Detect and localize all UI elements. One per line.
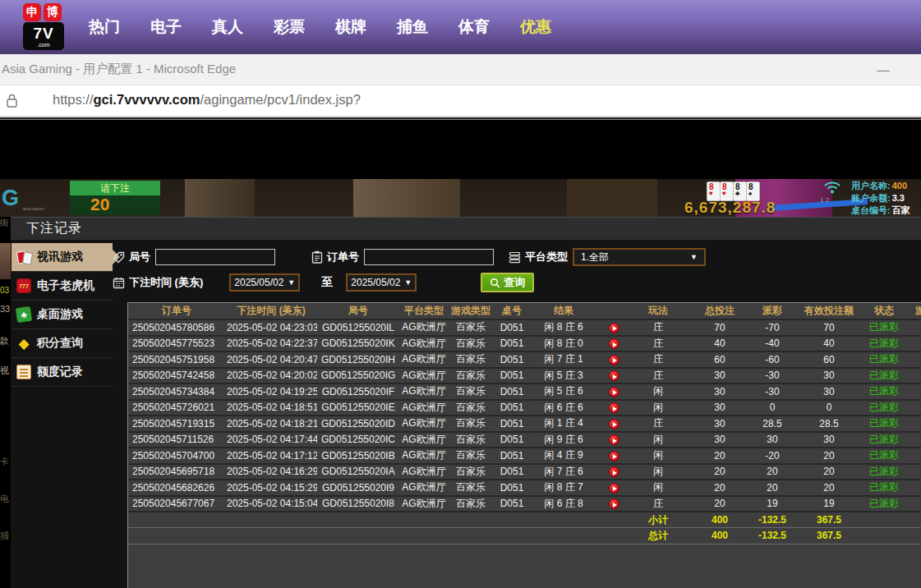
bet-records-modal-body: 视讯游戏 777 电子老虎机 ♣ 桌面游戏 ◆ 积分查询 额度记录 — [11, 240, 921, 588]
subtotal-valid-bet: 367.5 — [790, 512, 868, 528]
table-row[interactable]: 250502045775523 2025-05-02 04:22:37 GD05… — [128, 336, 921, 352]
order-number-input[interactable] — [364, 249, 494, 265]
nav-item[interactable]: 优惠 — [520, 16, 551, 38]
column-header: 游戏类型 — [449, 303, 493, 319]
play-video-button[interactable] — [609, 338, 619, 349]
logo-box: 7V .com — [23, 22, 64, 50]
play-video-button[interactable] — [609, 387, 619, 397]
modal-title: 下注记录 — [26, 220, 82, 237]
play-video-button[interactable] — [609, 402, 619, 413]
sidebar-item-label: 桌面游戏 — [37, 307, 83, 322]
play-video-button[interactable] — [609, 355, 619, 365]
sidebar-item-table-games[interactable]: ♣ 桌面游戏 — [12, 301, 113, 329]
backdrop-text-fragment: 33 — [0, 304, 10, 314]
total-total-bet: 400 — [685, 528, 754, 544]
lobby-blur-shape — [185, 179, 255, 217]
url-text[interactable]: https://gci.7vvvvvv.com/agingame/pcv1/in… — [53, 92, 361, 108]
bet-time-label: 下注时间 (美东) — [129, 275, 203, 290]
date-to-select[interactable]: 2025/05/02 ▼ — [346, 273, 417, 292]
date-from-value: 2025/05/02 — [234, 277, 283, 288]
order-number-label: 订单号 — [327, 250, 359, 264]
slot-777-icon: 777 — [16, 278, 31, 293]
table-row[interactable]: 250502045751958 2025-05-02 04:20:47 GD05… — [128, 351, 921, 368]
site-logo[interactable]: 申 博 7V .com — [12, 2, 76, 53]
column-header: 玩法 — [631, 303, 685, 319]
backdrop-left-strip: 0333款视卡电捕街 — [0, 217, 11, 588]
play-video-button[interactable] — [609, 370, 619, 381]
table-row[interactable]: 250502045734384 2025-05-02 04:19:25 GD05… — [128, 384, 921, 400]
lock-icon — [5, 93, 19, 108]
nav-item[interactable]: 体育 — [458, 16, 490, 38]
play-video-button[interactable] — [609, 451, 619, 462]
play-video-button[interactable] — [609, 483, 619, 494]
logo-square-1: 申 — [23, 3, 41, 21]
modal-sidebar: 视讯游戏 777 电子老虎机 ♣ 桌面游戏 ◆ 积分查询 额度记录 — [12, 243, 113, 387]
minimize-button[interactable]: — — [873, 59, 893, 79]
play-video-button[interactable] — [609, 466, 619, 477]
column-header: 订单号 — [128, 303, 225, 319]
total-label: 总计 — [631, 528, 685, 544]
account-info-line: 账户余额:3.3 — [851, 192, 921, 204]
table-row[interactable]: 250502045695718 2025-05-02 04:16:29 GD05… — [128, 464, 921, 480]
table-row[interactable]: 250502045780586 2025-05-02 04:23:03 GD05… — [128, 319, 921, 336]
date-from-select[interactable]: 2025/05/02 ▼ — [229, 273, 300, 292]
nav-item[interactable]: 捕鱼 — [397, 16, 428, 38]
nav-item[interactable]: 电子 — [150, 16, 182, 38]
backdrop-text-fragment: 街 — [0, 217, 9, 229]
subtotal-total-bet: 400 — [685, 512, 754, 528]
table-row[interactable]: 250502045704700 2025-05-02 04:17:12 GD05… — [128, 448, 921, 464]
account-info-line: 桌台编号:百家 — [851, 204, 921, 217]
platform-type-select[interactable]: 1.全部 ▼ — [573, 248, 706, 266]
play-video-button[interactable] — [609, 323, 619, 333]
records-table-container[interactable]: 订单号下注时间 (美东)局号平台类型游戏类型桌号结果玩法总投注派彩有效投注额状态… — [127, 302, 921, 588]
nav-item[interactable]: 热门 — [89, 16, 120, 38]
search-button-label: 查询 — [504, 275, 525, 290]
search-button[interactable]: 查询 — [481, 273, 534, 292]
ag-brand-subtext: ASIA GAMING — [23, 207, 44, 211]
table-row[interactable]: 250502045726021 2025-05-02 04:18:51 GD05… — [128, 400, 921, 416]
column-header: 状态 — [868, 303, 900, 319]
table-row[interactable]: 250502045711526 2025-05-02 04:17:44 GD05… — [128, 432, 921, 448]
clipboard-icon — [311, 250, 323, 264]
subtotal-payout: -132.5 — [754, 512, 790, 528]
nav-item[interactable]: 真人 — [212, 16, 243, 38]
play-video-button[interactable] — [609, 498, 619, 509]
total-row: 总计 400 -132.5 367.5 — [128, 528, 921, 544]
table-row[interactable]: 250502045677067 2025-05-02 04:15:04 GD05… — [128, 496, 921, 512]
backdrop-photo-fragment — [0, 243, 11, 279]
backdrop-text-fragment: 款 — [0, 335, 9, 347]
site-navbar: 申 博 7V .com 热门电子真人彩票棋牌捕鱼体育优惠 — [0, 0, 921, 54]
column-header: 局号 — [317, 303, 399, 319]
play-video-button[interactable] — [609, 434, 619, 445]
subtotal-row: 小计 400 -132.5 367.5 — [128, 512, 921, 528]
account-info-panel: 用户名称:400账户余额:3.3桌台编号:百家 — [851, 180, 921, 217]
sidebar-item-live-games[interactable]: 视讯游戏 — [12, 243, 113, 272]
table-row[interactable]: 250502045742458 2025-05-02 04:20:02 GD05… — [128, 368, 921, 384]
table-row[interactable]: 250502045682626 2025-05-02 04:15:29 GD05… — [128, 480, 921, 496]
sidebar-item-points-query[interactable]: ◆ 积分查询 — [12, 329, 113, 358]
lobby-backdrop: G ASIA GAMING 请下注 20 8♥8♥8♣8♠ 6,673,287.… — [0, 179, 921, 217]
url-bar[interactable]: https://gci.7vvvvvv.com/agingame/pcv1/in… — [0, 85, 921, 116]
url-scheme: https:// — [53, 92, 94, 107]
filter-panel: 局号 订单号 平台类型 1.全部 ▼ — [113, 240, 921, 302]
url-path: /agingame/pcv1/index.jsp? — [200, 92, 360, 107]
sidebar-item-quota-records[interactable]: 额度记录 — [12, 358, 113, 387]
backdrop-text-fragment: 捕 — [0, 530, 9, 542]
wifi-icon — [823, 181, 841, 194]
table-row[interactable]: 250502045719315 2025-05-02 04:18:21 GD05… — [128, 416, 921, 432]
nav-item[interactable]: 彩票 — [274, 16, 305, 38]
sidebar-item-label: 积分查询 — [37, 336, 83, 351]
nav-item[interactable]: 棋牌 — [335, 16, 366, 38]
platform-type-value: 1.全部 — [581, 250, 609, 264]
column-header: 结果 — [531, 303, 596, 319]
play-video-button[interactable] — [609, 419, 619, 430]
tag-icon — [113, 251, 125, 264]
column-header — [596, 303, 631, 319]
total-valid-bet: 367.5 — [790, 528, 868, 544]
logo-sub-text: .com — [37, 42, 49, 48]
round-number-input[interactable] — [155, 249, 275, 265]
backdrop-text-fragment: 03 — [0, 286, 9, 295]
sidebar-item-slots[interactable]: 777 电子老虎机 — [12, 272, 113, 301]
records-table-head: 订单号下注时间 (美东)局号平台类型游戏类型桌号结果玩法总投注派彩有效投注额状态… — [128, 303, 921, 319]
backdrop-text-fragment: 电 — [0, 493, 9, 505]
